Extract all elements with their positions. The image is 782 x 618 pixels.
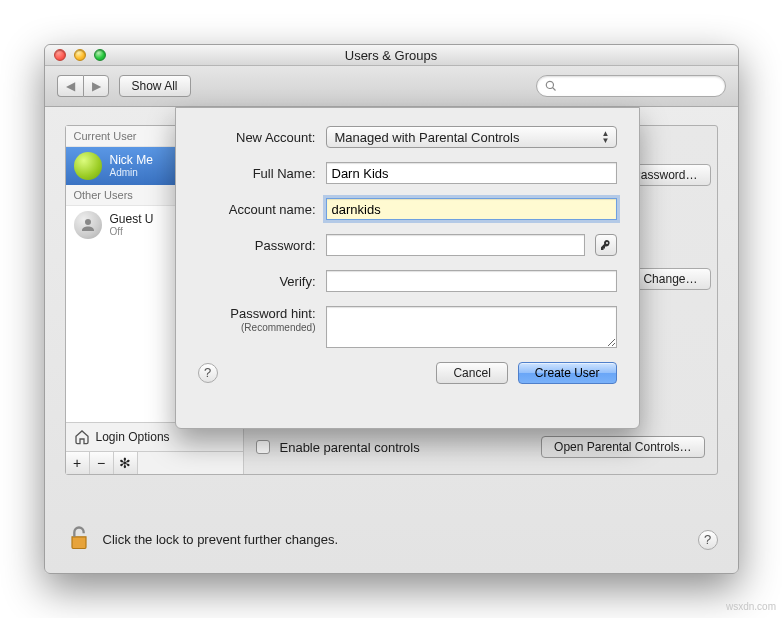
lock-row: Click the lock to prevent further change… <box>65 524 718 555</box>
password-label: Password: <box>198 238 316 253</box>
password-hint-label: Password hint: <box>198 306 316 322</box>
add-remove-controls: + − ✻ <box>66 451 243 474</box>
home-icon <box>74 429 90 445</box>
account-name-label: Account name: <box>198 202 316 217</box>
lock-icon[interactable] <box>65 524 93 555</box>
sidebar-item-name: Guest U <box>110 212 154 226</box>
new-account-type-select[interactable]: Managed with Parental Controls ▲▼ <box>326 126 617 148</box>
avatar <box>74 211 102 239</box>
preferences-window: Users & Groups ◀ ▶ Show All Current User… <box>44 44 739 574</box>
key-icon <box>600 239 612 251</box>
forward-button[interactable]: ▶ <box>83 75 109 97</box>
new-account-label: New Account: <box>198 130 316 145</box>
silhouette-icon <box>79 216 97 234</box>
chevron-updown-icon: ▲▼ <box>602 130 610 144</box>
traffic-lights <box>54 49 106 61</box>
search-field[interactable] <box>536 75 726 97</box>
verify-label: Verify: <box>198 274 316 289</box>
help-button[interactable]: ? <box>698 530 718 550</box>
verify-field[interactable] <box>326 270 617 292</box>
watermark: wsxdn.com <box>726 601 776 612</box>
sidebar-item-role: Admin <box>110 167 153 179</box>
add-user-button[interactable]: + <box>66 452 90 474</box>
sidebar-item-role: Off <box>110 226 154 238</box>
create-user-button[interactable]: Create User <box>518 362 617 384</box>
password-hint-recommended: (Recommended) <box>198 322 316 334</box>
new-account-sheet: New Account: Managed with Parental Contr… <box>175 107 640 429</box>
full-name-field[interactable] <box>326 162 617 184</box>
remove-user-button[interactable]: − <box>90 452 114 474</box>
password-hint-field[interactable] <box>326 306 617 348</box>
cancel-button[interactable]: Cancel <box>436 362 507 384</box>
show-all-button[interactable]: Show All <box>119 75 191 97</box>
search-input[interactable] <box>562 79 717 93</box>
account-name-field[interactable] <box>326 198 617 220</box>
sidebar-item-name: Nick Me <box>110 153 153 167</box>
zoom-window-button[interactable] <box>94 49 106 61</box>
toolbar: ◀ ▶ Show All <box>45 66 738 107</box>
titlebar: Users & Groups <box>45 45 738 66</box>
close-window-button[interactable] <box>54 49 66 61</box>
minimize-window-button[interactable] <box>74 49 86 61</box>
sidebar-footer: Login Options + − ✻ <box>66 422 243 474</box>
avatar <box>74 152 102 180</box>
password-assistant-button[interactable] <box>595 234 617 256</box>
sheet-help-button[interactable]: ? <box>198 363 218 383</box>
window-title: Users & Groups <box>345 48 437 63</box>
enable-parental-label: Enable parental controls <box>280 440 420 455</box>
lock-text: Click the lock to prevent further change… <box>103 532 339 547</box>
open-parental-controls-button[interactable]: Open Parental Controls… <box>541 436 704 458</box>
search-icon <box>545 80 557 92</box>
change-button[interactable]: Change… <box>630 268 710 290</box>
back-button[interactable]: ◀ <box>57 75 83 97</box>
password-field[interactable] <box>326 234 585 256</box>
full-name-label: Full Name: <box>198 166 316 181</box>
enable-parental-checkbox[interactable] <box>256 440 270 454</box>
user-actions-button[interactable]: ✻ <box>114 452 138 474</box>
